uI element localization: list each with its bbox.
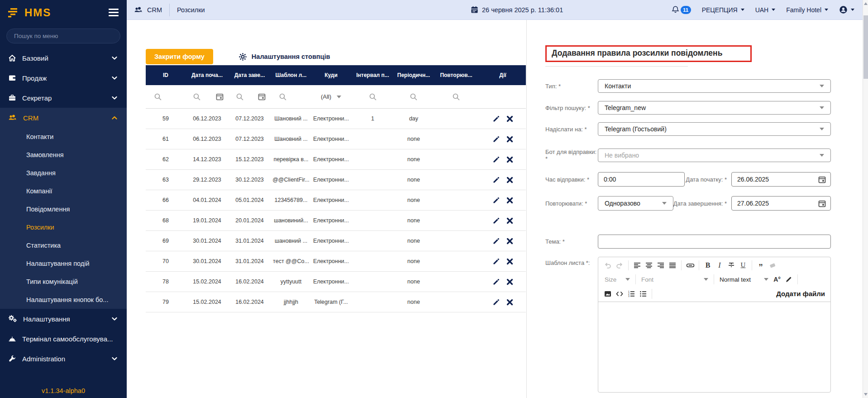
subject-input[interactable] [598, 235, 831, 249]
table-row[interactable]: 79 15.02.2024 16.02.2024 jjhhjjh Telegra… [146, 292, 526, 312]
currency-dropdown[interactable]: UAH [755, 6, 776, 14]
highlight-pen-icon[interactable] [783, 273, 795, 285]
redo-icon[interactable] [614, 259, 625, 271]
filter-date-start[interactable] [186, 92, 229, 101]
table-row[interactable]: 78 15.02.2024 16.02.2024 yyttyuutt Елект… [146, 272, 526, 292]
unordered-list-icon[interactable] [637, 288, 649, 300]
filter-id[interactable] [146, 93, 186, 101]
filter-interval[interactable] [351, 93, 395, 101]
table-row[interactable]: 59 06.12.2023 07.12.2023 Шановний ... Ел… [146, 109, 526, 129]
edit-icon[interactable] [492, 237, 500, 245]
table-row[interactable]: 63 29.12.2023 30.12.2023 @@ClientFir... … [146, 170, 526, 190]
filter-date-end[interactable] [229, 92, 271, 101]
date-end-input[interactable]: 27.06.2025 [731, 196, 831, 211]
scrollbar-thumb[interactable] [863, 15, 868, 79]
table-row[interactable]: 61 06.12.2023 07.12.2023 Шановний ... Ел… [146, 129, 526, 149]
delete-icon[interactable] [506, 238, 513, 245]
bold-icon[interactable]: B [702, 259, 714, 271]
table-row[interactable]: 66 04.01.2024 05.01.2024 123456789... Ел… [146, 190, 526, 211]
calendar-icon[interactable] [818, 175, 826, 184]
reception-dropdown[interactable]: РЕЦЕПЦИЯ [702, 6, 744, 14]
delete-icon[interactable] [506, 115, 513, 122]
font-select[interactable]: Font [639, 276, 711, 283]
table-row[interactable]: 69 30.01.2024 31.01.2024 шановний ... Ел… [146, 231, 526, 251]
sidebar-subitem[interactable]: Компанії [0, 182, 127, 200]
menu-search[interactable] [6, 29, 120, 43]
delete-icon[interactable] [506, 136, 513, 143]
sidebar-subitem[interactable]: Розсилки [0, 218, 127, 236]
edit-icon[interactable] [492, 298, 500, 306]
delete-icon[interactable] [506, 217, 513, 224]
delete-icon[interactable] [506, 156, 513, 163]
code-icon[interactable] [614, 288, 625, 300]
edit-icon[interactable] [492, 135, 500, 143]
edit-icon[interactable] [492, 217, 500, 225]
sidebar-subitem[interactable]: Налаштування подій [0, 254, 127, 273]
delete-icon[interactable] [506, 258, 513, 265]
edit-icon[interactable] [492, 156, 500, 163]
italic-icon[interactable]: I [714, 259, 725, 271]
font-color-icon[interactable]: A° [771, 273, 783, 285]
delete-icon[interactable] [506, 278, 513, 285]
app-logo[interactable]: HMS [8, 6, 51, 19]
filter-repeat[interactable] [433, 93, 480, 101]
editor-content-area[interactable] [598, 302, 830, 392]
undo-icon[interactable] [602, 259, 614, 271]
underline-icon[interactable]: U [737, 259, 749, 271]
sidebar-item-terminal[interactable]: Термінал самообслуговува... [0, 329, 127, 349]
sidebar-item-crm[interactable]: CRM [0, 108, 127, 128]
user-menu[interactable] [839, 5, 854, 14]
blockquote-icon[interactable]: ” [755, 259, 767, 271]
edit-icon[interactable] [492, 258, 500, 265]
sidebar-item-nalashtuvannia[interactable]: Налаштування [0, 309, 127, 329]
align-right-icon[interactable] [655, 259, 667, 271]
sidebar-subitem[interactable]: Статистика [0, 236, 127, 254]
table-row[interactable]: 68 19.01.2024 20.01.2024 шановиний... Ел… [146, 211, 526, 231]
align-justify-icon[interactable] [667, 259, 678, 271]
delete-icon[interactable] [506, 177, 513, 183]
eraser-icon[interactable] [767, 259, 778, 271]
filter-template[interactable] [271, 93, 311, 101]
menu-toggle-icon[interactable] [109, 9, 119, 16]
ordered-list-icon[interactable]: 123 [625, 288, 637, 300]
repeat-select[interactable]: Одноразово [598, 196, 673, 211]
sidebar-subitem[interactable]: Контакти [0, 128, 127, 146]
edit-icon[interactable] [492, 115, 500, 123]
sidebar-item-sekretar[interactable]: Секретар [0, 88, 127, 108]
send-to-select[interactable]: Telegram (Гостьовий) [598, 122, 831, 136]
sidebar-item-administration[interactable]: Administration [0, 349, 127, 369]
delete-icon[interactable] [506, 299, 513, 306]
calendar-icon[interactable] [215, 92, 224, 101]
align-center-icon[interactable] [643, 259, 655, 271]
sidebar-item-prodazh[interactable]: Продаж [0, 68, 127, 88]
add-files-button[interactable]: Додати файли [776, 290, 827, 297]
calendar-icon[interactable] [818, 199, 826, 208]
table-row[interactable]: 70 30.01.2024 31.01.2024 тест @@Co... Ел… [146, 251, 526, 272]
sidebar-subitem[interactable]: Налаштування кнопок бо... [0, 291, 127, 309]
calendar-icon[interactable] [258, 92, 266, 101]
menu-search-input[interactable] [14, 33, 113, 39]
bot-select[interactable]: Не вибрано [598, 149, 831, 162]
edit-icon[interactable] [492, 278, 500, 286]
scroll-down-icon[interactable] [864, 393, 868, 396]
scroll-up-icon[interactable] [864, 2, 868, 5]
close-form-button[interactable]: Закрити форму [146, 49, 213, 64]
sidebar-subitem[interactable]: Завдання [0, 164, 127, 182]
sidebar-subitem[interactable]: Типи комунікацій [0, 273, 127, 291]
columns-settings-button[interactable]: Налаштування стовпців [238, 53, 330, 61]
edit-icon[interactable] [492, 197, 500, 204]
search-filter-select[interactable]: Telegram_new [598, 101, 831, 115]
sidebar-item-bazovyi[interactable]: Базовий [0, 48, 127, 68]
strikethrough-icon[interactable] [725, 259, 737, 271]
date-start-input[interactable]: 26.06.2025 [731, 172, 831, 187]
type-select[interactable]: Контакти [598, 79, 831, 93]
edit-icon[interactable] [492, 176, 500, 184]
breadcrumb-module[interactable]: CRM [134, 6, 162, 14]
filter-period[interactable] [395, 93, 433, 101]
text-style-select[interactable]: Normal text [717, 276, 771, 283]
page-scrollbar[interactable] [863, 0, 868, 398]
notifications-button[interactable]: 11 [671, 5, 691, 14]
align-left-icon[interactable] [631, 259, 643, 271]
filter-destination[interactable]: (All) [311, 93, 351, 100]
hotel-dropdown[interactable]: Family Hotel [786, 6, 828, 14]
